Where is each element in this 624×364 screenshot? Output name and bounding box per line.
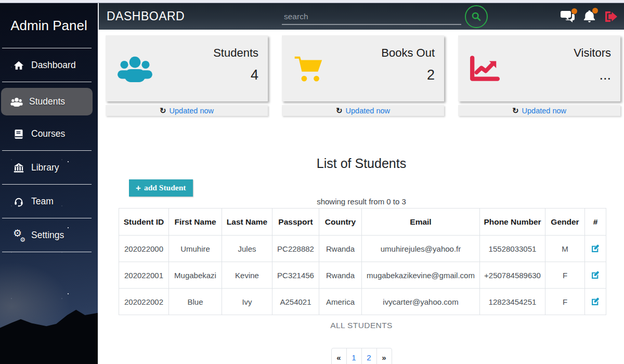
edit-row-button[interactable] bbox=[590, 269, 601, 281]
add-student-button[interactable]: + add Student bbox=[129, 179, 193, 197]
table-cell: Blue bbox=[169, 289, 222, 315]
column-header: Phone Number bbox=[480, 209, 545, 236]
table-cell: 12823454251 bbox=[480, 289, 545, 315]
admin-dashboard-page: Admin Panel DashboardStudentsCoursesLibr… bbox=[0, 0, 624, 364]
users-icon bbox=[10, 97, 23, 107]
users-icon bbox=[117, 55, 153, 82]
card-footer: ↻Updated now bbox=[282, 105, 444, 116]
page-title: DASHBOARD bbox=[107, 3, 185, 30]
app-title: Admin Panel bbox=[0, 18, 98, 34]
stat-card: Books Out2↻Updated now bbox=[282, 35, 444, 116]
sidebar-divider bbox=[2, 252, 92, 252]
table-cell: A254021 bbox=[272, 289, 319, 315]
column-header: Passport bbox=[272, 209, 319, 236]
notifications-badge bbox=[592, 8, 598, 14]
search-icon bbox=[471, 11, 482, 22]
home-icon bbox=[12, 60, 25, 71]
gears-icon: ⚙⚙ bbox=[12, 230, 25, 241]
table-cell: Rwanda bbox=[319, 236, 362, 262]
card-updated-label: Updated now bbox=[522, 107, 566, 115]
search-button[interactable] bbox=[465, 5, 488, 28]
sidebar-item-label: Library bbox=[31, 162, 59, 173]
chart-line-icon bbox=[470, 55, 500, 82]
search-input[interactable] bbox=[282, 9, 461, 25]
pagination-next[interactable]: » bbox=[376, 348, 392, 364]
stat-card-body: Books Out2 bbox=[282, 35, 444, 101]
table-row: 202022001MugabekaziKevinePC321456Rwandam… bbox=[119, 262, 606, 289]
sidebar-divider bbox=[2, 48, 92, 48]
column-header: # bbox=[585, 209, 606, 236]
table-cell: 202022001 bbox=[119, 262, 169, 289]
card-footer: ↻Updated now bbox=[458, 105, 620, 116]
table-action-cell bbox=[585, 289, 606, 315]
card-updated-label: Updated now bbox=[346, 107, 390, 115]
students-table: Student IDFirst NameLast NamePassportCou… bbox=[119, 208, 606, 315]
card-value: 4 bbox=[213, 67, 258, 83]
sidebar-item-label: Students bbox=[29, 96, 65, 107]
sidebar-item-team[interactable]: Team bbox=[3, 189, 93, 214]
refresh-icon: ↻ bbox=[160, 106, 166, 115]
showing-result-text: showing result from 0 to 3 bbox=[99, 197, 624, 206]
edit-icon bbox=[591, 297, 600, 306]
notifications-button[interactable] bbox=[583, 10, 595, 23]
card-title: Visitors bbox=[574, 46, 611, 60]
table-cell: Jules bbox=[222, 236, 272, 262]
column-header: Gender bbox=[545, 209, 585, 236]
table-header-row: Student IDFirst NameLast NamePassportCou… bbox=[119, 209, 606, 236]
sidebar-item-label: Dashboard bbox=[31, 60, 76, 71]
sidebar-item-settings[interactable]: ⚙⚙Settings bbox=[3, 223, 93, 248]
card-value: 2 bbox=[381, 67, 435, 83]
mountain-silhouette bbox=[0, 306, 99, 364]
column-header: Last Name bbox=[222, 209, 272, 236]
sidebar-item-library[interactable]: Library bbox=[3, 155, 93, 180]
card-title: Students bbox=[213, 46, 258, 60]
table-cell: Mugabekazi bbox=[169, 262, 222, 289]
plus-icon: + bbox=[136, 184, 141, 192]
table-cell: America bbox=[319, 289, 362, 315]
refresh-icon: ↻ bbox=[336, 106, 343, 115]
table-cell: F bbox=[545, 262, 585, 289]
sidebar-item-label: Team bbox=[31, 196, 54, 207]
headset-icon bbox=[12, 197, 25, 207]
table-row: 202022002BlueIvyA254021Americaivycarter@… bbox=[119, 289, 606, 315]
messages-button[interactable] bbox=[561, 10, 575, 22]
edit-row-button[interactable] bbox=[590, 296, 601, 307]
table-cell: mugabekazikevine@gmail.com bbox=[362, 262, 480, 289]
table-cell: Ivy bbox=[222, 289, 272, 315]
table-action-cell bbox=[585, 262, 606, 289]
logout-button[interactable] bbox=[604, 10, 618, 23]
refresh-icon: ↻ bbox=[512, 106, 519, 115]
sidebar: Admin Panel DashboardStudentsCoursesLibr… bbox=[0, 3, 99, 364]
sidebar-item-courses[interactable]: Courses bbox=[3, 121, 93, 147]
stat-card-text: Visitors... bbox=[574, 54, 611, 83]
table-cell: Kevine bbox=[222, 262, 272, 289]
pagination-page-1[interactable]: 1 bbox=[346, 348, 362, 364]
card-footer: ↻Updated now bbox=[106, 105, 268, 116]
sidebar-item-students[interactable]: Students bbox=[1, 88, 93, 115]
table-cell: 202022000 bbox=[119, 236, 169, 262]
column-header: Country bbox=[319, 209, 362, 236]
sidebar-item-dashboard[interactable]: Dashboard bbox=[3, 53, 93, 78]
sidebar-item-label: Courses bbox=[31, 128, 65, 139]
sign-out-icon bbox=[604, 10, 618, 23]
topbar-icon-group bbox=[561, 3, 618, 30]
column-header: Email bbox=[362, 209, 480, 236]
table-cell: 15528033051 bbox=[480, 236, 545, 262]
pagination-prev[interactable]: « bbox=[331, 348, 347, 364]
sidebar-divider bbox=[2, 150, 92, 151]
book-icon bbox=[12, 129, 25, 139]
column-header: First Name bbox=[169, 209, 222, 236]
sidebar-item-label: Settings bbox=[31, 230, 64, 241]
table-cell: ivycarter@yahoo.com bbox=[362, 289, 480, 315]
table-action-cell bbox=[585, 236, 606, 262]
students-table-wrap: Student IDFirst NameLast NamePassportCou… bbox=[119, 208, 606, 315]
add-student-label: add Student bbox=[144, 183, 186, 192]
table-row: 202022000UmuhireJulesPC228882Rwandaumuhi… bbox=[119, 236, 606, 262]
pagination-page-2[interactable]: 2 bbox=[361, 348, 377, 364]
stat-card-body: Students4 bbox=[106, 35, 268, 101]
edit-row-button[interactable] bbox=[590, 243, 601, 254]
stat-card-text: Students4 bbox=[213, 54, 258, 83]
card-updated-label: Updated now bbox=[170, 107, 214, 115]
sidebar-divider bbox=[2, 82, 92, 82]
edit-icon bbox=[591, 244, 600, 253]
